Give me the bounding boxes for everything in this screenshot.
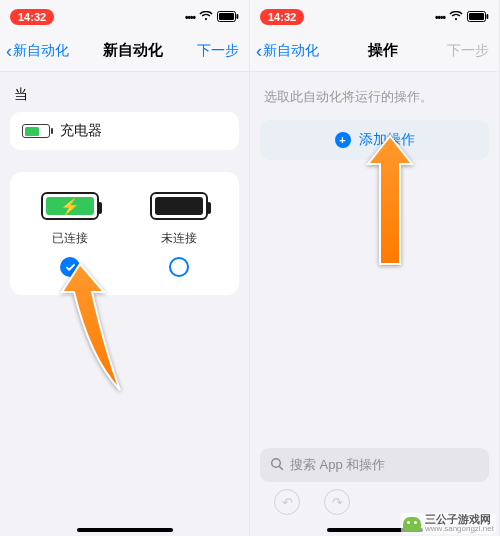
when-label: 当 xyxy=(14,86,237,104)
wifi-icon xyxy=(199,11,213,23)
status-bar: 14:32 •••• xyxy=(0,0,249,30)
nav-bar: ‹ 新自动化 新自动化 下一步 xyxy=(0,30,249,72)
status-bar: 14:32 •••• xyxy=(250,0,499,30)
charger-label: 充电器 xyxy=(60,122,102,140)
signal-icon: •••• xyxy=(185,12,195,23)
choice-connected[interactable]: ⚡ 已连接 xyxy=(16,192,125,277)
page-title: 操作 xyxy=(368,41,398,60)
back-label: 新自动化 xyxy=(263,42,319,60)
choice-card: ⚡ 已连接 未连接 xyxy=(10,172,239,295)
svg-rect-2 xyxy=(237,14,239,19)
redo-icon[interactable]: ↷ xyxy=(324,489,350,515)
trigger-card[interactable]: 充电器 xyxy=(10,112,239,150)
status-icons: •••• xyxy=(435,11,489,24)
wifi-icon xyxy=(449,11,463,23)
home-indicator xyxy=(77,528,173,532)
plus-icon: + xyxy=(335,132,351,148)
watermark: 三公子游戏网 www.sangongzi.net xyxy=(401,513,496,534)
add-action-button[interactable]: + 添加操作 xyxy=(260,120,489,160)
back-button[interactable]: ‹ 新自动化 xyxy=(256,42,319,60)
charger-icon xyxy=(22,124,50,138)
recording-time-pill: 14:32 xyxy=(260,9,304,25)
chevron-left-icon: ‹ xyxy=(6,42,12,60)
next-button[interactable]: 下一步 xyxy=(197,42,243,60)
right-screen: 14:32 •••• ‹ 新自动化 操作 下一步 选取此自动化将运行的操作。 xyxy=(250,0,500,536)
battery-icon xyxy=(467,11,489,24)
undo-icon[interactable]: ↶ xyxy=(274,489,300,515)
radio-selected[interactable] xyxy=(60,257,80,277)
left-screen: 14:32 •••• ‹ 新自动化 新自动化 下一步 当 xyxy=(0,0,250,536)
chevron-left-icon: ‹ xyxy=(256,42,262,60)
signal-icon: •••• xyxy=(435,12,445,23)
svg-line-7 xyxy=(279,466,282,469)
watermark-logo-icon xyxy=(403,517,421,531)
svg-rect-5 xyxy=(487,14,489,19)
battery-full-icon xyxy=(150,192,208,220)
search-placeholder: 搜索 App 和操作 xyxy=(290,456,385,474)
battery-icon xyxy=(217,11,239,24)
choice-disconnected[interactable]: 未连接 xyxy=(125,192,234,277)
search-input[interactable]: 搜索 App 和操作 xyxy=(260,448,489,482)
svg-rect-1 xyxy=(219,13,234,20)
page-title: 新自动化 xyxy=(103,41,163,60)
svg-rect-4 xyxy=(469,13,484,20)
hint-text: 选取此自动化将运行的操作。 xyxy=(264,88,485,106)
watermark-url: www.sangongzi.net xyxy=(425,525,494,533)
add-action-label: 添加操作 xyxy=(359,131,415,149)
next-button[interactable]: 下一步 xyxy=(447,42,493,60)
back-label: 新自动化 xyxy=(13,42,69,60)
nav-bar: ‹ 新自动化 操作 下一步 xyxy=(250,30,499,72)
battery-charging-icon: ⚡ xyxy=(41,192,99,220)
radio-unselected[interactable] xyxy=(169,257,189,277)
choice-label: 未连接 xyxy=(161,230,197,247)
status-icons: •••• xyxy=(185,11,239,24)
search-icon xyxy=(270,457,284,474)
recording-time-pill: 14:32 xyxy=(10,9,54,25)
choice-label: 已连接 xyxy=(52,230,88,247)
back-button[interactable]: ‹ 新自动化 xyxy=(6,42,69,60)
